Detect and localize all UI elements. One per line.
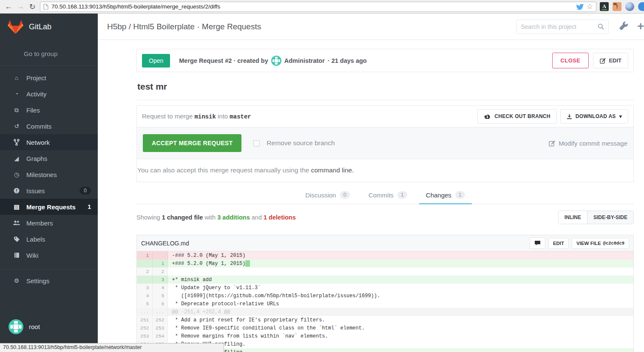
new-line-number[interactable]: 3 (152, 276, 167, 284)
app-header: GitLab H5bp / Html5 Boilerplate · Merge … (0, 14, 644, 40)
accept-merge-request-button[interactable]: ACCEPT MERGE REQUEST (143, 134, 241, 152)
sidebar-item-milestones[interactable]: ◷Milestones (0, 166, 98, 183)
new-line-number[interactable]: 252 (152, 316, 167, 324)
old-line-number[interactable] (137, 276, 152, 284)
old-line-number[interactable]: ... (137, 308, 152, 316)
sidebar-item-issues[interactable]: Issues0 (0, 183, 98, 199)
diff-row[interactable]: 45 ([#1699](https://github.com/h5bp/html… (137, 292, 633, 300)
diff-row[interactable]: 1-### 5.2.0 (May 1, 2015) (137, 251, 633, 259)
search-icon (598, 23, 604, 30)
extension-globe-icon[interactable] (625, 2, 634, 11)
search-box[interactable] (516, 20, 609, 34)
extension-partial-icon[interactable] (638, 2, 644, 11)
new-line-number[interactable]: 253 (152, 324, 167, 332)
old-line-number[interactable]: 251 (137, 316, 152, 324)
diff-row[interactable]: 56 * Deprecate protocol-relative URLs (137, 300, 633, 308)
diff-row[interactable]: 3+* minsik add (137, 276, 633, 284)
file-edit-button[interactable]: EDIT (548, 238, 569, 249)
new-line-number[interactable]: 254 (152, 332, 167, 340)
sidebar-go-to-group[interactable]: Go to group (0, 40, 98, 65)
labels-icon (12, 236, 21, 242)
inline-toggle-button[interactable]: INLINE (559, 211, 587, 224)
sidebar-item-label: Wiki (26, 252, 38, 259)
back-button[interactable]: ← (3, 2, 14, 11)
sidebar-item-wiki[interactable]: Wiki (0, 247, 98, 263)
sidebar-item-network[interactable]: Network (0, 134, 98, 150)
sidebar-item-commits[interactable]: ↺Commits (0, 118, 98, 134)
diff-summary-text: Showing 1 changed file with 3 additions … (136, 214, 558, 221)
admin-wrench-icon[interactable] (619, 21, 628, 32)
diff-file: CHANGELOG.md EDIT VIEW FILE @c2c8dc9 1-#… (136, 235, 634, 352)
diff-row[interactable]: 251252 * Add a print reset for IE's prop… (137, 316, 633, 324)
twitter-icon[interactable] (576, 3, 584, 10)
author-name[interactable]: Administrator (284, 57, 325, 64)
diff-row[interactable]: ......@@ -251,4 +252,4 @@ (137, 308, 633, 316)
search-input[interactable] (521, 23, 598, 30)
sidebar-item-labels[interactable]: Labels (0, 231, 98, 247)
diff-row[interactable]: 34 * Update jQuery to `v1.11.3` (137, 284, 633, 292)
pencil-square-icon (549, 140, 555, 146)
diff-line-content: -* Remove YUI profiling. (167, 340, 633, 348)
sidebar-item-graphs[interactable]: ◢Graphs (0, 150, 98, 166)
new-line-number[interactable]: ... (152, 308, 167, 316)
old-line-number[interactable]: 1 (137, 251, 152, 259)
new-project-plus-icon[interactable]: + (637, 20, 644, 33)
diff-view-toggle: INLINE SIDE-BY-SIDE (558, 211, 634, 224)
diff-line-content: +* Remove YUI profiling. (167, 348, 633, 352)
sidebar-item-activity[interactable]: ◔Activity (0, 86, 98, 102)
sidebar-item-files[interactable]: ⧉Files (0, 102, 98, 118)
diff-row[interactable]: 252253 * Remove IE9-specific conditional… (137, 324, 633, 332)
view-file-button[interactable]: VIEW FILE @c2c8dc9 (572, 238, 629, 249)
diff-row[interactable]: 1+### 5.2.0 (May 1, 2015) (137, 259, 633, 268)
extension-dictionary-icon[interactable]: A (600, 2, 609, 11)
download-as-button[interactable]: DOWNLOAD AS ▾ (560, 109, 628, 124)
sidebar-item-project[interactable]: ⌂Project (0, 70, 98, 86)
extension-face-icon[interactable]: ! (613, 2, 621, 11)
url-text[interactable]: 70.50.168.113:9013/h5bp/html5-boilerplat… (51, 3, 573, 10)
sidebar-item-merge-requests[interactable]: ▤Merge Requests1 (0, 199, 98, 215)
new-line-number[interactable]: 5 (152, 292, 167, 300)
remove-source-branch-checkbox[interactable] (253, 140, 260, 146)
close-mr-button[interactable]: CLOSE (552, 53, 589, 68)
new-line-number[interactable] (152, 251, 167, 259)
sidebar-item-members[interactable]: Members (0, 215, 98, 231)
old-line-number[interactable]: 4 (137, 292, 152, 300)
diff-summary-row: Showing 1 changed file with 3 additions … (136, 204, 634, 230)
old-line-number[interactable]: 3 (137, 284, 152, 292)
accept-widget: ACCEPT MERGE REQUEST Remove source branc… (137, 127, 633, 159)
check-out-branch-button[interactable]: CHECK OUT BRANCH (477, 109, 556, 124)
edit-mr-button[interactable]: EDIT (593, 53, 628, 68)
milestones-icon: ◷ (12, 171, 21, 178)
old-line-number[interactable]: 253 (137, 332, 152, 340)
new-line-number[interactable]: 6 (152, 300, 167, 308)
remove-source-branch-label: Remove source branch (267, 139, 335, 147)
tab-commits[interactable]: Commits1 (362, 186, 414, 204)
old-line-number[interactable]: 2 (137, 268, 152, 276)
new-line-number[interactable]: 4 (152, 284, 167, 292)
tab-discussion[interactable]: Discussion0 (298, 186, 356, 204)
gitlab-logo[interactable]: GitLab (0, 14, 98, 40)
issues-icon (12, 188, 21, 194)
sidebar-user[interactable]: root (0, 319, 98, 334)
sidebar-item-label: Network (26, 139, 50, 146)
old-line-number[interactable] (137, 259, 152, 268)
side-by-side-toggle-button[interactable]: SIDE-BY-SIDE (587, 211, 633, 224)
forward-button[interactable]: → (14, 2, 26, 11)
command-line-link[interactable]: command line. (311, 166, 354, 174)
sidebar-item-label: Milestones (26, 171, 57, 178)
new-line-number[interactable]: 2 (152, 268, 167, 276)
diff-row[interactable]: 253254 * Remove margins from lists withi… (137, 332, 633, 340)
bookmark-star-icon[interactable]: ☆ (587, 3, 593, 10)
reload-button[interactable]: ↻ (26, 2, 38, 11)
tab-changes[interactable]: Changes1 (419, 186, 472, 204)
old-line-number[interactable]: 5 (137, 300, 152, 308)
sidebar-item-settings[interactable]: ⚙ Settings (0, 273, 98, 289)
file-comment-button[interactable] (530, 237, 545, 249)
old-line-number[interactable]: 252 (137, 324, 152, 332)
page-title: H5bp / Html5 Boilerplate · Merge Request… (107, 22, 516, 31)
diff-row[interactable]: 22 (137, 268, 633, 276)
new-line-number[interactable]: 1 (152, 259, 167, 268)
modify-commit-message-link[interactable]: Modify commit message (549, 140, 627, 147)
page-icon (43, 4, 48, 10)
url-bar[interactable]: 70.50.168.113:9013/h5bp/html5-boilerplat… (40, 2, 596, 12)
